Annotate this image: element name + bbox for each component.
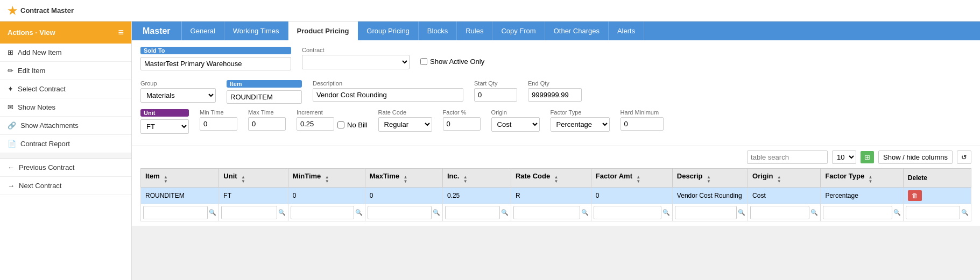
increment-label: Increment xyxy=(297,109,368,116)
filter-inc-input[interactable] xyxy=(445,206,500,219)
hamburger-icon[interactable]: ≡ xyxy=(118,27,124,38)
unit-select[interactable]: FT xyxy=(140,119,189,134)
end-qty-group: End Qty xyxy=(528,80,582,102)
edit-item-icon: ✏ xyxy=(8,67,13,75)
sort-origin-icon[interactable]: ▲▼ xyxy=(777,175,781,184)
show-active-label: Show Active Only xyxy=(430,58,484,66)
tab-working-times[interactable]: Working Times xyxy=(224,21,288,40)
nav-tabs: General Working Times Product Pricing Gr… xyxy=(182,21,980,40)
sold-to-input[interactable] xyxy=(140,57,291,70)
table-row[interactable]: ROUNDITEM FT 0 0 0.25 R 0 Vendor Cost Ro… xyxy=(141,188,971,204)
end-qty-input[interactable] xyxy=(528,88,582,102)
sidebar-separator xyxy=(0,153,131,159)
select-contract-icon: ✦ xyxy=(8,85,13,93)
filter-delete-placeholder: 🔍 xyxy=(903,204,971,221)
sort-factortype-icon[interactable]: ▲▼ xyxy=(868,175,872,184)
increment-input[interactable] xyxy=(297,117,334,131)
sidebar: Actions - View ≡ ⊞ Add New Item ✏ Edit I… xyxy=(0,21,132,280)
form-row-2: Group Materials Item Description Start Q… xyxy=(140,80,971,104)
rate-code-label: Rate Code xyxy=(378,109,432,116)
filter-mintime-input[interactable] xyxy=(291,206,354,219)
sidebar-item-edit-item[interactable]: ✏ Edit Item xyxy=(0,62,131,80)
col-factor-type: Factor Type ▲▼ xyxy=(821,169,903,188)
tab-other-charges[interactable]: Other Charges xyxy=(545,21,609,40)
unit-field-group: Unit FT xyxy=(140,109,189,134)
start-qty-label: Start Qty xyxy=(474,80,517,87)
end-qty-label: End Qty xyxy=(528,80,582,87)
table-header-row: Item ▲▼ Unit ▲▼ MinTime ▲▼ MaxTime xyxy=(141,169,971,188)
sort-maxtime-icon[interactable]: ▲▼ xyxy=(403,175,407,184)
col-rate-code: Rate Code ▲▼ xyxy=(511,169,591,188)
group-select[interactable]: Materials xyxy=(140,88,216,103)
start-qty-input[interactable] xyxy=(474,88,517,102)
filter-unit-input[interactable] xyxy=(221,206,277,219)
table-search-input[interactable] xyxy=(747,150,828,164)
sold-to-group: Sold To xyxy=(140,47,291,70)
filter-mintime-icon: 🔍 xyxy=(355,209,363,216)
hard-minimum-input[interactable] xyxy=(621,117,664,131)
sidebar-item-select-contract[interactable]: ✦ Select Contract xyxy=(0,80,131,98)
max-time-input[interactable] xyxy=(248,117,286,131)
cell-factor-amt: 0 xyxy=(591,188,672,204)
filter-min-time: 🔍 xyxy=(288,204,365,221)
min-time-label: Min Time xyxy=(200,109,237,116)
filter-maxtime-input[interactable] xyxy=(368,206,432,219)
sidebar-item-add-new-item[interactable]: ⊞ Add New Item xyxy=(0,44,131,62)
rate-code-select[interactable]: Regular xyxy=(378,117,432,132)
filter-ratecode-icon: 🔍 xyxy=(581,209,589,216)
min-time-input[interactable] xyxy=(200,117,237,131)
tab-blocks[interactable]: Blocks xyxy=(419,21,457,40)
filter-descrip-input[interactable] xyxy=(675,206,737,219)
tab-general[interactable]: General xyxy=(182,21,224,40)
sort-item-icon[interactable]: ▲▼ xyxy=(164,175,168,184)
rows-per-page-select[interactable]: 10 xyxy=(832,150,856,164)
filter-item-input[interactable] xyxy=(143,206,208,219)
sidebar-item-previous-contract[interactable]: ← Previous Contract xyxy=(0,159,131,177)
form-row-3: Unit FT Min Time Max Time Increment xyxy=(140,109,971,134)
origin-select[interactable]: Cost xyxy=(491,117,540,132)
export-icon-button[interactable]: ⊞ xyxy=(861,151,874,163)
sort-inc-icon[interactable]: ▲▼ xyxy=(463,175,468,184)
factor-type-label: Factor Type xyxy=(551,109,610,116)
filter-origin-input[interactable] xyxy=(750,206,809,219)
col-factor-amt: Factor Amt ▲▼ xyxy=(591,169,672,188)
filter-maxtime-icon: 🔍 xyxy=(433,209,440,216)
show-active-group: Show Active Only xyxy=(420,47,484,66)
no-bill-checkbox[interactable] xyxy=(337,121,344,128)
sidebar-item-show-attachments[interactable]: 🔗 Show Attachments xyxy=(0,117,131,135)
tab-group-pricing[interactable]: Group Pricing xyxy=(358,21,418,40)
filter-item-icon: 🔍 xyxy=(209,209,216,216)
start-qty-group: Start Qty xyxy=(474,80,517,102)
tab-product-pricing[interactable]: Product Pricing xyxy=(288,21,358,40)
tab-alerts[interactable]: Alerts xyxy=(609,21,644,40)
tab-rules[interactable]: Rules xyxy=(457,21,492,40)
factor-type-select[interactable]: Percentage xyxy=(551,117,610,132)
item-input[interactable] xyxy=(227,90,302,104)
group-label: Group xyxy=(140,80,216,87)
description-input[interactable] xyxy=(313,88,463,102)
sort-descrip-icon[interactable]: ▲▼ xyxy=(707,175,711,184)
sort-ratecode-icon[interactable]: ▲▼ xyxy=(554,175,559,184)
sort-mintime-icon[interactable]: ▲▼ xyxy=(325,175,329,184)
tab-copy-from[interactable]: Copy From xyxy=(492,21,545,40)
sidebar-item-label: Select Contract xyxy=(18,85,66,93)
sidebar-item-next-contract[interactable]: → Next Contract xyxy=(0,177,131,195)
factor-pct-input[interactable] xyxy=(443,117,481,131)
show-hide-columns-button[interactable]: Show / hide columns xyxy=(878,150,953,164)
filter-factortype-input[interactable] xyxy=(823,206,892,219)
cell-min-time: 0 xyxy=(288,188,365,204)
show-active-checkbox[interactable] xyxy=(420,58,427,65)
filter-factoramt-input[interactable] xyxy=(594,206,661,219)
sidebar-item-show-notes[interactable]: ✉ Show Notes xyxy=(0,98,131,117)
filter-ratecode-input[interactable] xyxy=(513,206,580,219)
filter-max-time: 🔍 xyxy=(365,204,442,221)
sidebar-item-contract-report[interactable]: 📄 Contract Report xyxy=(0,135,131,153)
contract-select[interactable] xyxy=(302,55,410,69)
delete-row-button[interactable]: 🗑 xyxy=(908,190,922,201)
table-section: 10 ⊞ Show / hide columns ↺ Item ▲▼ Unit xyxy=(132,146,980,226)
filter-factortype-icon: 🔍 xyxy=(893,209,901,216)
filter-delete-input[interactable] xyxy=(906,206,960,219)
sort-factoramt-icon[interactable]: ▲▼ xyxy=(636,175,640,184)
refresh-button[interactable]: ↺ xyxy=(957,150,971,164)
sort-unit-icon[interactable]: ▲▼ xyxy=(241,175,245,184)
